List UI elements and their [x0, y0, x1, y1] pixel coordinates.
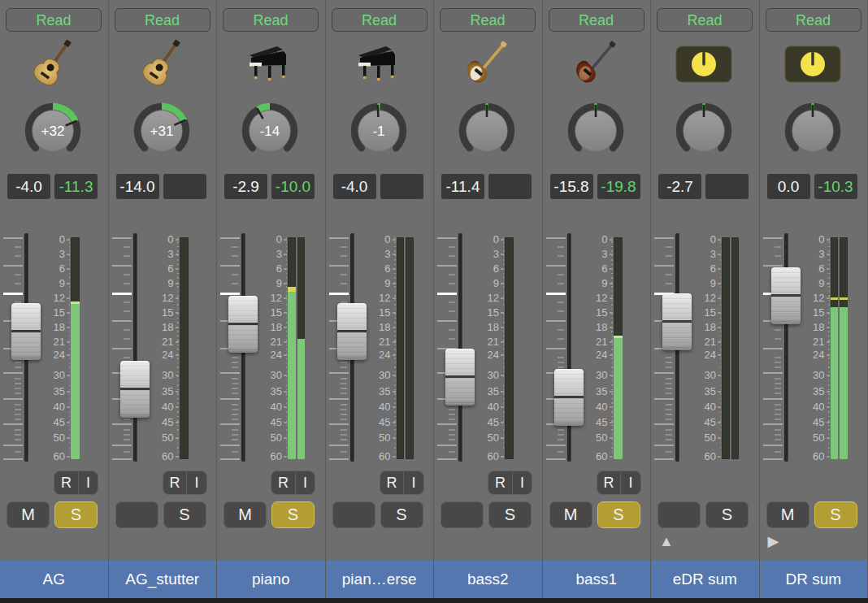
track-icon-box[interactable] [675, 36, 732, 94]
mute-button[interactable] [115, 501, 158, 528]
input-monitor-button[interactable]: I [79, 471, 98, 494]
automation-mode-button[interactable]: Read [6, 8, 102, 32]
automation-mode-button[interactable]: Read [332, 8, 427, 32]
track-name[interactable]: pian…erse [326, 561, 434, 598]
peak-level-display[interactable]: -11.3 [54, 174, 98, 199]
volume-fader[interactable] [337, 303, 367, 360]
record-enable-button[interactable]: R [271, 471, 296, 494]
solo-button[interactable]: S [163, 501, 206, 528]
meter-scale-label: 6 [42, 262, 65, 275]
mute-button[interactable] [441, 501, 484, 528]
track-icon-box[interactable] [784, 36, 841, 94]
volume-fader[interactable] [771, 267, 801, 324]
meter-scale-label: 12 [259, 292, 282, 305]
pan-knob[interactable]: +31 [131, 99, 193, 161]
solo-button[interactable]: S [271, 501, 315, 528]
mute-button[interactable] [658, 501, 701, 528]
track-name[interactable]: bass2 [434, 561, 542, 598]
peak-level-display[interactable] [488, 174, 532, 199]
input-monitor-button[interactable]: I [513, 471, 532, 494]
solo-button[interactable]: S [488, 501, 532, 528]
automation-mode-button[interactable]: Read [549, 8, 644, 32]
meter-scale-label: 45 [585, 416, 608, 429]
meter-scale-label: 21 [693, 336, 716, 349]
pan-knob[interactable] [782, 99, 844, 161]
meter-scale-label: 30 [585, 369, 608, 382]
record-enable-button[interactable]: R [163, 471, 188, 494]
track-name[interactable]: AG_stutter [109, 561, 217, 598]
volume-fader[interactable] [228, 296, 258, 353]
meter-scale-label: 12 [693, 292, 716, 305]
volume-display[interactable]: 0.0 [767, 174, 810, 199]
input-monitor-button[interactable]: I [621, 471, 640, 494]
track-name[interactable]: bass1 [543, 561, 651, 598]
disclosure-arrow[interactable]: ▲ [659, 531, 684, 551]
channel-strip: Read [109, 0, 218, 603]
meter-scale-label: 12 [476, 292, 499, 305]
track-icon-box[interactable] [567, 36, 624, 94]
meter-scale-label: 3 [151, 248, 174, 261]
track-icon-box[interactable] [133, 36, 190, 94]
record-enable-button[interactable]: R [597, 471, 622, 494]
volume-display[interactable]: -2.9 [224, 174, 267, 199]
automation-mode-button[interactable]: Read [223, 8, 319, 32]
pan-knob[interactable] [673, 99, 735, 161]
track-icon-box[interactable] [24, 36, 81, 94]
disclosure-arrow[interactable]: ▶ [768, 531, 792, 551]
volume-display[interactable]: -4.0 [333, 174, 376, 199]
automation-mode-button[interactable]: Read [657, 8, 753, 32]
record-enable-button[interactable]: R [380, 471, 405, 494]
volume-fader[interactable] [554, 369, 584, 426]
mute-button[interactable] [332, 501, 375, 528]
mute-button[interactable]: M [549, 501, 592, 528]
automation-mode-button[interactable]: Read [766, 8, 861, 32]
volume-fader[interactable] [11, 303, 41, 360]
solo-button[interactable]: S [380, 501, 423, 528]
track-icon-box[interactable] [350, 36, 407, 94]
automation-mode-button[interactable]: Read [440, 8, 536, 32]
meter-scale-dots [720, 237, 722, 459]
solo-button[interactable]: S [54, 501, 98, 528]
volume-display[interactable]: -15.8 [550, 174, 593, 199]
input-monitor-button[interactable]: I [187, 471, 206, 494]
track-name[interactable]: eDR sum [651, 561, 759, 598]
peak-level-display[interactable] [163, 174, 206, 199]
volume-fader[interactable] [120, 361, 150, 418]
meter-scale-label: 30 [151, 369, 174, 382]
peak-level-display[interactable]: -19.8 [597, 174, 640, 199]
track-name[interactable]: piano [217, 561, 325, 598]
input-monitor-button[interactable]: I [404, 471, 423, 494]
pan-knob[interactable] [565, 99, 627, 161]
track-icon-box[interactable] [241, 36, 298, 94]
volume-fader[interactable] [445, 349, 475, 406]
volume-display[interactable]: -2.7 [658, 174, 701, 199]
volume-fader[interactable] [662, 293, 692, 350]
input-monitor-button[interactable]: I [296, 471, 315, 494]
peak-level-display[interactable] [380, 174, 423, 199]
volume-display[interactable]: -4.0 [7, 174, 50, 199]
pan-knob[interactable]: -1 [348, 99, 410, 161]
track-name[interactable]: AG [0, 561, 108, 598]
solo-button[interactable]: S [597, 501, 640, 528]
peak-level-display[interactable]: -10.0 [271, 174, 315, 199]
meter-scale-label: 21 [585, 336, 608, 349]
pan-knob[interactable]: -14 [239, 99, 301, 161]
volume-display[interactable]: -11.4 [441, 174, 484, 199]
track-icon-box[interactable] [458, 36, 515, 94]
pan-knob[interactable] [456, 99, 518, 161]
record-enable-button[interactable]: R [54, 471, 79, 494]
solo-button[interactable]: S [705, 501, 749, 528]
pan-knob[interactable]: +32 [22, 99, 84, 161]
track-name[interactable]: DR sum [760, 561, 868, 598]
mute-button[interactable]: M [766, 501, 809, 528]
acoustic-guitar-icon [24, 36, 81, 93]
mute-button[interactable]: M [7, 501, 50, 528]
mute-button[interactable]: M [224, 501, 267, 528]
meter-scale-label: 18 [585, 321, 608, 334]
record-enable-button[interactable]: R [488, 471, 513, 494]
solo-button[interactable]: S [814, 501, 857, 528]
volume-display[interactable]: -14.0 [116, 174, 159, 199]
peak-level-display[interactable]: -10.3 [814, 174, 857, 199]
automation-mode-button[interactable]: Read [115, 8, 210, 32]
peak-level-display[interactable] [705, 174, 749, 199]
